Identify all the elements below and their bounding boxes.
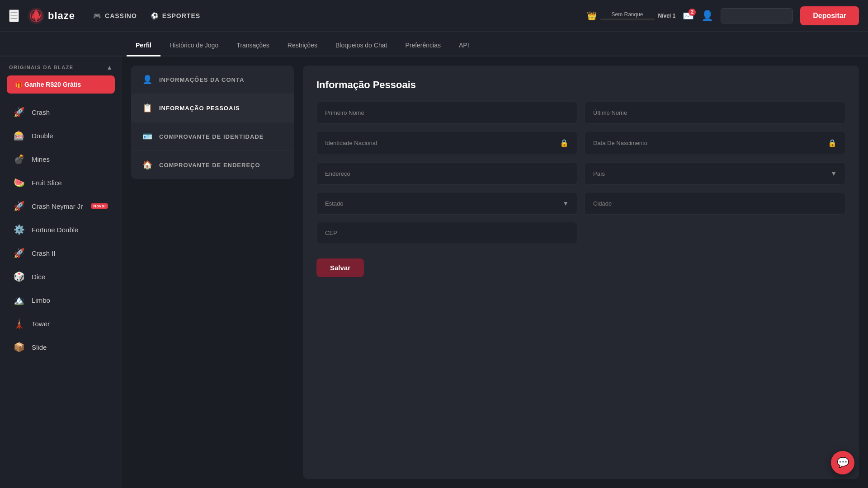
left-panel: 👤INFORMAÇÕES DA CONTA📋INFORMAÇÃO PESSOAI…	[131, 66, 294, 479]
dice-label: Dice	[32, 273, 45, 281]
cidade-label: Cidade	[593, 200, 612, 207]
cidade-field[interactable]: Cidade	[585, 192, 845, 215]
tab-bloqueios[interactable]: Bloqueios do Chat	[326, 35, 396, 56]
sidebar-chevron-icon[interactable]: ▲	[106, 64, 113, 71]
crash-label: Crash	[32, 108, 50, 116]
sidebar-section-header: ORIGINAIS DA BLAZE ▲	[0, 56, 122, 75]
sidebar-item-double[interactable]: 🎰Double	[4, 124, 118, 147]
main-layout: ORIGINAIS DA BLAZE ▲ 🎁 Ganhe R$20 Grátis…	[0, 56, 868, 488]
logo-text: blaze	[48, 10, 75, 22]
form-row-1: Primeiro Nome Último Nome	[316, 102, 845, 124]
sidebar-item-crash-ii[interactable]: 🚀Crash II	[4, 241, 118, 265]
crash-icon: 🚀	[13, 106, 25, 118]
pais-label: País	[593, 170, 605, 177]
estado-field[interactable]: Estado ▼	[316, 192, 577, 215]
menu-item-pessoais[interactable]: 📋INFORMAÇÃO PESSOAIS	[131, 94, 294, 122]
sidebar-item-tower[interactable]: 🗼Tower	[4, 312, 118, 335]
fortune-double-label: Fortune Double	[32, 226, 78, 234]
estado-dropdown-icon: ▼	[562, 200, 569, 207]
header: ☰ blaze 🎮 CASSINO ⚽ ESPORTES 👑 S	[0, 0, 868, 32]
form-row-2: Identidade Nacional 🔒 Data De Nascimento…	[316, 131, 845, 155]
sidebar-item-limbo[interactable]: 🏔️Limbo	[4, 288, 118, 312]
menu-icon-pessoais: 📋	[142, 103, 153, 113]
limbo-label: Limbo	[32, 296, 50, 304]
tower-label: Tower	[32, 320, 50, 328]
sidebar-item-crash-neymar[interactable]: 🚀Crash Neymar JrNovo!	[4, 194, 118, 218]
cassino-icon: 🎮	[93, 12, 101, 19]
cep-field[interactable]: CEP	[316, 222, 577, 244]
crash-neymar-icon: 🚀	[13, 200, 25, 212]
data-nascimento-field[interactable]: Data De Nascimento 🔒	[585, 131, 845, 155]
search-input[interactable]	[721, 8, 793, 23]
tab-transacoes[interactable]: Transações	[227, 35, 278, 56]
sidebar-item-crash[interactable]: 🚀Crash	[4, 100, 118, 124]
hamburger-button[interactable]: ☰	[9, 9, 19, 22]
menu-item-conta[interactable]: 👤INFORMAÇÕES DA CONTA	[131, 66, 294, 94]
sidebar-item-fruit-slice[interactable]: 🍉Fruit Slice	[4, 171, 118, 194]
sidebar-item-mines[interactable]: 💣Mines	[4, 147, 118, 171]
tab-restricoes[interactable]: Restrições	[278, 35, 326, 56]
chat-float-button[interactable]: 💬	[831, 451, 854, 474]
save-button[interactable]: Salvar	[316, 258, 364, 277]
deposit-button[interactable]: Depositar	[800, 6, 859, 25]
menu-icon-conta: 👤	[142, 75, 153, 84]
header-right: 👑 Sem Ranque Nível 1 ✉️ 2 👤 Depositar	[587, 6, 859, 25]
tab-preferencias[interactable]: Preferências	[396, 35, 450, 56]
rank-section: 👑 Sem Ranque Nível 1	[587, 11, 676, 21]
mines-label: Mines	[32, 155, 50, 163]
tab-perfil[interactable]: Perfil	[127, 35, 160, 56]
esportes-icon: ⚽	[151, 12, 159, 19]
limbo-icon: 🏔️	[13, 294, 25, 306]
rank-info: Sem Ranque	[600, 11, 655, 20]
endereco-field[interactable]: Endereço	[316, 162, 577, 185]
menu-icon-endereco: 🏠	[142, 160, 153, 170]
notification-button[interactable]: ✉️ 2	[683, 10, 694, 21]
sidebar-item-dice[interactable]: 🎲Dice	[4, 265, 118, 288]
primeiro-nome-label: Primeiro Nome	[325, 109, 364, 116]
menu-label-conta: INFORMAÇÕES DA CONTA	[159, 76, 244, 83]
esportes-label: ESPORTES	[162, 12, 200, 19]
header-left: ☰ blaze	[9, 8, 75, 24]
nav-esportes[interactable]: ⚽ ESPORTES	[151, 12, 200, 19]
menu-label-identidade: COMPROVANTE DE IDENTIDADE	[159, 133, 264, 140]
dice-icon: 🎲	[13, 270, 25, 283]
rank-progress-bar	[600, 19, 655, 20]
double-icon: 🎰	[13, 129, 25, 142]
crash-ii-label: Crash II	[32, 249, 56, 257]
crash-neymar-label: Crash Neymar Jr	[32, 202, 83, 210]
fruit-slice-label: Fruit Slice	[32, 179, 62, 187]
sidebar-item-slide[interactable]: 📦Slide	[4, 335, 118, 359]
menu-icon-identidade: 🪪	[142, 131, 153, 141]
crash-ii-icon: 🚀	[13, 247, 25, 259]
rank-label: Sem Ranque	[611, 11, 643, 18]
fruit-slice-icon: 🍉	[13, 176, 25, 189]
primeiro-nome-field[interactable]: Primeiro Nome	[316, 102, 577, 124]
logo[interactable]: blaze	[28, 8, 75, 24]
endereco-label: Endereço	[325, 170, 350, 177]
tab-historico[interactable]: Histórico de Jogo	[160, 35, 227, 56]
menu-item-identidade[interactable]: 🪪COMPROVANTE DE IDENTIDADE	[131, 122, 294, 151]
sidebar-items: 🚀Crash🎰Double💣Mines🍉Fruit Slice🚀Crash Ne…	[0, 100, 122, 359]
mines-icon: 💣	[13, 153, 25, 165]
nav-cassino[interactable]: 🎮 CASSINO	[93, 12, 137, 19]
menu-card: 👤INFORMAÇÕES DA CONTA📋INFORMAÇÃO PESSOAI…	[131, 66, 294, 179]
slide-label: Slide	[32, 343, 47, 351]
pais-field[interactable]: País ▼	[585, 162, 845, 185]
notification-badge: 2	[689, 9, 696, 16]
menu-item-endereco[interactable]: 🏠COMPROVANTE DE ENDEREÇO	[131, 151, 294, 179]
cassino-label: CASSINO	[105, 12, 137, 19]
right-panel: Informação Pessoais Primeiro Nome Último…	[303, 66, 859, 479]
user-profile-button[interactable]: 👤	[701, 10, 713, 22]
sub-nav: PerfilHistórico de JogoTransaçõesRestriç…	[0, 32, 868, 56]
tab-api[interactable]: API	[450, 35, 478, 56]
content-area: 👤INFORMAÇÕES DA CONTA📋INFORMAÇÃO PESSOAI…	[122, 56, 868, 488]
main-nav: 🎮 CASSINO ⚽ ESPORTES	[93, 12, 200, 19]
crash-neymar-badge: Novo!	[91, 203, 108, 209]
ultimo-nome-field[interactable]: Último Nome	[585, 102, 845, 124]
menu-label-endereco: COMPROVANTE DE ENDEREÇO	[159, 162, 260, 169]
bonus-button[interactable]: 🎁 Ganhe R$20 Grátis	[7, 75, 115, 94]
identidade-nacional-field[interactable]: Identidade Nacional 🔒	[316, 131, 577, 155]
menu-label-pessoais: INFORMAÇÃO PESSOAIS	[159, 105, 240, 112]
sidebar-item-fortune-double[interactable]: ⚙️Fortune Double	[4, 218, 118, 241]
estado-label: Estado	[325, 200, 343, 207]
